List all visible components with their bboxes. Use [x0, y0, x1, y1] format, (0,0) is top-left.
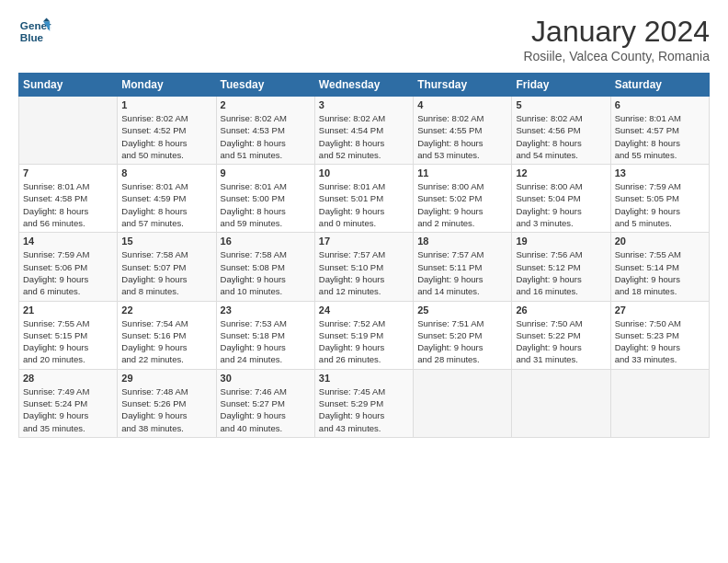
day-number: 15	[121, 236, 211, 247]
day-info: Sunrise: 7:57 AMSunset: 5:10 PMDaylight:…	[319, 248, 409, 297]
day-number: 13	[615, 167, 705, 178]
day-info: Sunrise: 8:02 AMSunset: 4:52 PMDaylight:…	[121, 112, 211, 161]
col-thursday: Thursday	[414, 74, 512, 97]
svg-text:Blue: Blue	[20, 31, 44, 43]
day-number: 3	[319, 99, 409, 110]
day-info: Sunrise: 7:53 AMSunset: 5:18 PMDaylight:…	[221, 317, 311, 366]
day-info: Sunrise: 7:46 AMSunset: 5:27 PMDaylight:…	[221, 385, 311, 434]
day-info: Sunrise: 8:02 AMSunset: 4:56 PMDaylight:…	[516, 112, 606, 161]
cell-week5-day2: 30Sunrise: 7:46 AMSunset: 5:27 PMDayligh…	[216, 369, 314, 437]
day-number: 26	[516, 304, 606, 316]
cell-week2-day6: 13Sunrise: 7:59 AMSunset: 5:05 PMDayligh…	[610, 165, 709, 233]
col-tuesday: Tuesday	[216, 74, 314, 97]
day-number: 29	[121, 373, 211, 384]
calendar-body: 1Sunrise: 8:02 AMSunset: 4:52 PMDaylight…	[19, 97, 710, 438]
cell-week3-day4: 18Sunrise: 7:57 AMSunset: 5:11 PMDayligh…	[414, 233, 512, 301]
cell-week4-day3: 24Sunrise: 7:52 AMSunset: 5:19 PMDayligh…	[314, 301, 413, 369]
day-number: 20	[615, 236, 705, 247]
day-info: Sunrise: 7:51 AMSunset: 5:20 PMDaylight:…	[417, 317, 507, 366]
cell-week1-day4: 4Sunrise: 8:02 AMSunset: 4:55 PMDaylight…	[414, 97, 512, 165]
cell-week5-day6	[610, 369, 709, 437]
day-number: 6	[615, 99, 705, 110]
day-number: 10	[319, 167, 409, 178]
day-number: 16	[221, 236, 311, 247]
day-number: 30	[221, 373, 311, 384]
calendar-page: General Blue January 2024 Rosiile, Valce…	[0, 0, 728, 563]
day-info: Sunrise: 8:01 AMSunset: 4:58 PMDaylight:…	[23, 180, 113, 229]
day-number: 17	[319, 236, 409, 247]
day-number: 2	[221, 99, 311, 110]
day-info: Sunrise: 8:01 AMSunset: 4:57 PMDaylight:…	[615, 112, 705, 161]
cell-week1-day0	[19, 97, 118, 165]
cell-week2-day1: 8Sunrise: 8:01 AMSunset: 4:59 PMDaylight…	[118, 165, 216, 233]
cell-week2-day4: 11Sunrise: 8:00 AMSunset: 5:02 PMDayligh…	[414, 165, 512, 233]
cell-week2-day5: 12Sunrise: 8:00 AMSunset: 5:04 PMDayligh…	[512, 165, 610, 233]
cell-week1-day1: 1Sunrise: 8:02 AMSunset: 4:52 PMDaylight…	[118, 97, 216, 165]
day-number: 8	[121, 167, 211, 178]
cell-week4-day1: 22Sunrise: 7:54 AMSunset: 5:16 PMDayligh…	[118, 301, 216, 369]
calendar-table: Sunday Monday Tuesday Wednesday Thursday…	[18, 73, 710, 438]
col-friday: Friday	[512, 74, 610, 97]
day-info: Sunrise: 7:58 AMSunset: 5:07 PMDaylight:…	[121, 248, 211, 297]
cell-week3-day2: 16Sunrise: 7:58 AMSunset: 5:08 PMDayligh…	[216, 233, 314, 301]
day-number: 23	[221, 304, 311, 316]
day-number: 11	[417, 167, 507, 178]
day-number: 28	[23, 373, 113, 384]
cell-week4-day0: 21Sunrise: 7:55 AMSunset: 5:15 PMDayligh…	[19, 301, 118, 369]
day-number: 1	[121, 99, 211, 110]
cell-week1-day5: 5Sunrise: 8:02 AMSunset: 4:56 PMDaylight…	[512, 97, 610, 165]
day-info: Sunrise: 8:01 AMSunset: 5:01 PMDaylight:…	[319, 180, 409, 229]
cell-week3-day1: 15Sunrise: 7:58 AMSunset: 5:07 PMDayligh…	[118, 233, 216, 301]
day-number: 7	[23, 167, 113, 178]
cell-week3-day0: 14Sunrise: 7:59 AMSunset: 5:06 PMDayligh…	[19, 233, 118, 301]
week-row-4: 21Sunrise: 7:55 AMSunset: 5:15 PMDayligh…	[19, 301, 710, 369]
day-info: Sunrise: 7:50 AMSunset: 5:23 PMDaylight:…	[615, 317, 705, 366]
day-number: 12	[516, 167, 606, 178]
cell-week3-day3: 17Sunrise: 7:57 AMSunset: 5:10 PMDayligh…	[314, 233, 413, 301]
day-number: 31	[319, 373, 409, 384]
day-info: Sunrise: 7:57 AMSunset: 5:11 PMDaylight:…	[417, 248, 507, 297]
logo-icon: General Blue	[18, 15, 51, 48]
day-number: 27	[615, 304, 705, 316]
week-row-2: 7Sunrise: 8:01 AMSunset: 4:58 PMDaylight…	[19, 165, 710, 233]
day-info: Sunrise: 8:02 AMSunset: 4:54 PMDaylight:…	[319, 112, 409, 161]
day-number: 4	[417, 99, 507, 110]
cell-week5-day3: 31Sunrise: 7:45 AMSunset: 5:29 PMDayligh…	[314, 369, 413, 437]
col-wednesday: Wednesday	[314, 74, 413, 97]
day-info: Sunrise: 7:54 AMSunset: 5:16 PMDaylight:…	[121, 317, 211, 366]
cell-week4-day5: 26Sunrise: 7:50 AMSunset: 5:22 PMDayligh…	[512, 301, 610, 369]
header: General Blue January 2024 Rosiile, Valce…	[18, 15, 710, 63]
cell-week5-day4	[414, 369, 512, 437]
day-info: Sunrise: 7:50 AMSunset: 5:22 PMDaylight:…	[516, 317, 606, 366]
col-sunday: Sunday	[19, 74, 118, 97]
day-number: 22	[121, 304, 211, 316]
week-row-3: 14Sunrise: 7:59 AMSunset: 5:06 PMDayligh…	[19, 233, 710, 301]
cell-week1-day3: 3Sunrise: 8:02 AMSunset: 4:54 PMDaylight…	[314, 97, 413, 165]
day-number: 14	[23, 236, 113, 247]
cell-week1-day6: 6Sunrise: 8:01 AMSunset: 4:57 PMDaylight…	[610, 97, 709, 165]
cell-week5-day5	[512, 369, 610, 437]
day-info: Sunrise: 8:01 AMSunset: 5:00 PMDaylight:…	[221, 180, 311, 229]
day-info: Sunrise: 8:02 AMSunset: 4:53 PMDaylight:…	[221, 112, 311, 161]
week-row-5: 28Sunrise: 7:49 AMSunset: 5:24 PMDayligh…	[19, 369, 710, 437]
col-monday: Monday	[118, 74, 216, 97]
day-info: Sunrise: 8:01 AMSunset: 4:59 PMDaylight:…	[121, 180, 211, 229]
day-info: Sunrise: 7:58 AMSunset: 5:08 PMDaylight:…	[221, 248, 311, 297]
cell-week2-day0: 7Sunrise: 8:01 AMSunset: 4:58 PMDaylight…	[19, 165, 118, 233]
day-number: 18	[417, 236, 507, 247]
day-info: Sunrise: 7:52 AMSunset: 5:19 PMDaylight:…	[319, 317, 409, 366]
day-number: 9	[221, 167, 311, 178]
day-number: 19	[516, 236, 606, 247]
cell-week4-day6: 27Sunrise: 7:50 AMSunset: 5:23 PMDayligh…	[610, 301, 709, 369]
day-info: Sunrise: 8:00 AMSunset: 5:04 PMDaylight:…	[516, 180, 606, 229]
col-saturday: Saturday	[610, 74, 709, 97]
title-section: January 2024 Rosiile, Valcea County, Rom…	[523, 15, 710, 63]
day-number: 24	[319, 304, 409, 316]
logo: General Blue	[18, 15, 51, 48]
day-info: Sunrise: 8:02 AMSunset: 4:55 PMDaylight:…	[417, 112, 507, 161]
day-info: Sunrise: 7:59 AMSunset: 5:06 PMDaylight:…	[23, 248, 113, 297]
day-info: Sunrise: 7:55 AMSunset: 5:14 PMDaylight:…	[615, 248, 705, 297]
cell-week3-day5: 19Sunrise: 7:56 AMSunset: 5:12 PMDayligh…	[512, 233, 610, 301]
header-row: Sunday Monday Tuesday Wednesday Thursday…	[19, 74, 710, 97]
day-info: Sunrise: 7:45 AMSunset: 5:29 PMDaylight:…	[319, 385, 409, 434]
